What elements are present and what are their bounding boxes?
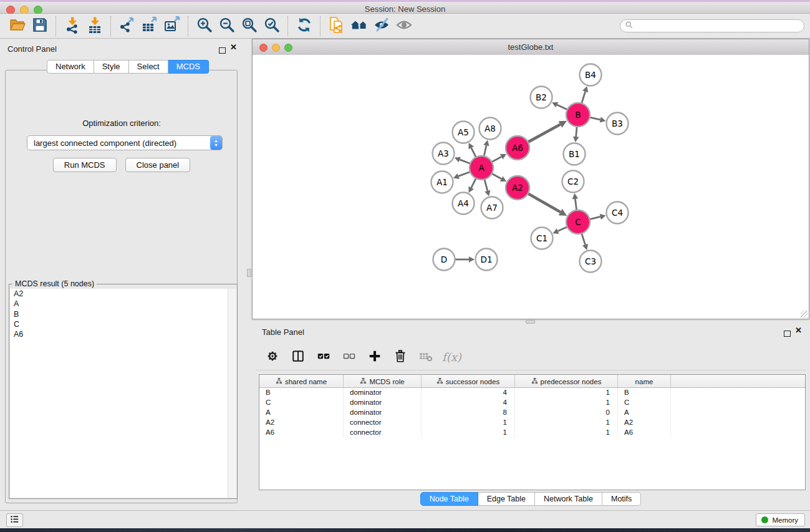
mcds-result-item[interactable]: A2 — [10, 289, 236, 299]
edge-A-A8[interactable] — [484, 145, 486, 156]
table-cell[interactable]: A — [259, 408, 344, 418]
tab-node-table[interactable]: Node Table — [420, 492, 478, 506]
tab-mcds[interactable]: MCDS — [168, 60, 209, 74]
tab-style[interactable]: Style — [94, 60, 129, 74]
node-B[interactable]: B — [566, 103, 590, 127]
edge-B-B4[interactable] — [582, 92, 586, 104]
mcds-result-item[interactable]: A6 — [10, 329, 236, 339]
close-panel-button[interactable]: Close panel — [125, 158, 191, 172]
apply-function-icon[interactable]: f(x) — [442, 351, 461, 364]
table-cell[interactable]: 1 — [515, 418, 618, 428]
delete-table-button[interactable] — [418, 349, 434, 365]
node-D[interactable]: D — [433, 249, 455, 271]
table-row[interactable]: Adominator80A — [259, 408, 805, 418]
edge-A2-C[interactable] — [528, 193, 561, 212]
memory-button[interactable]: Memory — [756, 513, 805, 526]
table-row[interactable]: Cdominator41C — [259, 398, 805, 408]
splitter-grip-bottom[interactable] — [526, 320, 535, 324]
table-cell[interactable]: 1 — [422, 418, 515, 428]
node-B4[interactable]: B4 — [580, 64, 602, 86]
column-header-name[interactable]: name — [618, 375, 671, 388]
node-A6[interactable]: A6 — [506, 136, 529, 160]
edge-A-A7[interactable] — [485, 179, 488, 191]
table-cell[interactable]: 0 — [515, 408, 618, 418]
tab-network[interactable]: Network — [47, 60, 94, 74]
import-table-button[interactable] — [84, 16, 106, 37]
table-close-panel-icon[interactable]: ✕ — [795, 327, 802, 334]
mcds-result-item[interactable]: A — [10, 299, 236, 309]
gear-button[interactable] — [264, 349, 281, 365]
edge-A6-B[interactable] — [528, 125, 561, 142]
table-cell[interactable]: dominator — [344, 388, 422, 398]
panel-menu-button[interactable] — [6, 513, 23, 527]
houses-button[interactable] — [348, 16, 370, 37]
column-header-MCDS-role[interactable]: MCDS role — [344, 375, 422, 388]
node-A4[interactable]: A4 — [453, 193, 475, 215]
zoom-check-button[interactable] — [261, 16, 283, 37]
splitter-grip-left[interactable] — [247, 269, 251, 277]
save-button[interactable] — [29, 16, 51, 37]
table-row[interactable]: A6connector11A6 — [259, 428, 805, 438]
node-A8[interactable]: A8 — [480, 118, 501, 140]
run-mcds-button[interactable]: Run MCDS — [53, 158, 117, 172]
search-box[interactable] — [620, 19, 804, 32]
edge-B-B2[interactable] — [557, 105, 567, 110]
node-C4[interactable]: C4 — [607, 202, 629, 224]
edge-A-A2[interactable] — [492, 173, 502, 179]
tab-motifs[interactable]: Motifs — [602, 492, 641, 506]
table-cell[interactable]: C — [259, 398, 344, 408]
import-network-button[interactable] — [61, 16, 84, 37]
zoom-out-button[interactable] — [216, 16, 238, 37]
node-A7[interactable]: A7 — [481, 197, 503, 219]
node-C2[interactable]: C2 — [562, 171, 584, 193]
table-cell[interactable]: A — [618, 408, 671, 418]
edge-B-B1[interactable] — [576, 127, 577, 137]
zoom-in-button[interactable] — [193, 16, 216, 37]
node-B2[interactable]: B2 — [531, 87, 552, 109]
deselect-all-button[interactable] — [341, 349, 357, 365]
table-cell[interactable]: 1 — [422, 428, 515, 438]
node-D1[interactable]: D1 — [476, 249, 498, 271]
refresh-button[interactable] — [293, 16, 316, 37]
table-cell[interactable]: A6 — [259, 428, 344, 438]
table-cell[interactable]: connector — [344, 418, 422, 428]
edge-A-A4[interactable] — [471, 178, 476, 188]
document-network-button[interactable] — [325, 16, 348, 37]
table-cell[interactable]: 4 — [422, 388, 515, 398]
tab-select[interactable]: Select — [129, 60, 168, 74]
node-B1[interactable]: B1 — [564, 143, 586, 165]
table-cell[interactable]: B — [618, 388, 671, 398]
table-cell[interactable]: dominator — [344, 408, 422, 418]
mcds-result-item[interactable]: B — [10, 309, 236, 319]
column-header-successor-nodes[interactable]: successor nodes — [422, 375, 515, 388]
table-float-panel-icon[interactable] — [784, 328, 791, 339]
search-input[interactable] — [634, 21, 804, 31]
node-C[interactable]: C — [566, 210, 590, 234]
node-A[interactable]: A — [470, 156, 493, 180]
edge-B-B3[interactable] — [590, 117, 600, 120]
table-cell[interactable]: C — [618, 398, 671, 408]
edge-C-C2[interactable] — [575, 199, 576, 210]
window-resize-grip[interactable] — [801, 311, 808, 318]
table-cell[interactable]: A2 — [259, 418, 344, 428]
trash-button[interactable] — [392, 349, 408, 365]
export-table-button[interactable] — [138, 16, 161, 37]
node-B3[interactable]: B3 — [607, 113, 629, 135]
node-A5[interactable]: A5 — [453, 122, 475, 143]
column-header-predecessor-nodes[interactable]: predecessor nodes — [515, 375, 618, 388]
export-network-button[interactable] — [116, 16, 138, 37]
edge-A-A3[interactable] — [460, 160, 470, 163]
table-cell[interactable]: 1 — [515, 388, 618, 398]
edge-C-C1[interactable] — [558, 227, 567, 231]
zoom-fit-button[interactable] — [238, 16, 261, 37]
mcds-list-scrollbar[interactable] — [228, 289, 236, 498]
table-cell[interactable]: connector — [344, 428, 422, 438]
node-A3[interactable]: A3 — [433, 143, 455, 165]
network-window-titlebar[interactable]: testGlobe.txt — [253, 39, 809, 56]
open-folder-button[interactable] — [6, 16, 29, 37]
table-cell[interactable]: dominator — [344, 398, 422, 408]
table-cell[interactable]: 8 — [422, 408, 515, 418]
tab-edge-table[interactable]: Edge Table — [478, 492, 535, 506]
panel-columns-button[interactable] — [290, 349, 306, 365]
edge-A-A6[interactable] — [492, 157, 502, 162]
